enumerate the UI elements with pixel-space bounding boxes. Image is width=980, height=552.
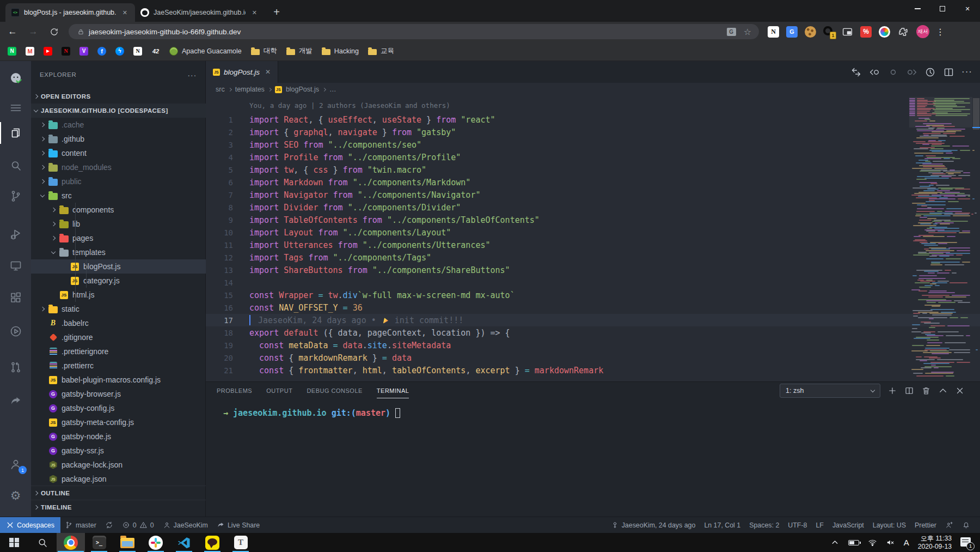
bookmark-item[interactable]: Apache Guacamole (169, 47, 242, 56)
browser-menu-icon[interactable]: ⋮ (936, 27, 945, 37)
bookmark-item[interactable]: M (26, 47, 34, 56)
back-button[interactable]: ← (4, 23, 21, 40)
window-maximize-icon[interactable] (930, 0, 955, 17)
status-keyboard-layout[interactable]: Layout: US (868, 517, 910, 533)
bookmark-folder[interactable]: 개발 (286, 46, 313, 56)
new-terminal-icon[interactable] (887, 386, 897, 396)
tree-item[interactable]: lib (31, 217, 206, 231)
url-text[interactable]: jaeseokim-jaeseokim-github-io-66f9.githu… (89, 28, 727, 36)
bookmark-item[interactable] (44, 47, 52, 56)
kill-terminal-icon[interactable] (921, 386, 931, 396)
status-sync[interactable] (101, 517, 118, 533)
code-line[interactable]: 20 const { markdownRemark } = data (206, 351, 980, 364)
tree-item[interactable]: JSpackage-lock.json (31, 458, 206, 472)
password-manager-extension-icon[interactable]: 1 (823, 26, 835, 38)
status-eol[interactable]: LF (811, 517, 828, 533)
breadcrumb-segment[interactable]: templates (235, 86, 265, 93)
activity-run-debug-icon[interactable] (0, 222, 31, 246)
puzzle-extension-icon[interactable] (897, 26, 909, 38)
bookmark-item[interactable]: N (133, 47, 142, 56)
bookmark-item[interactable]: V (79, 47, 88, 56)
bookmark-folder[interactable]: 교육 (368, 46, 394, 56)
browser-tab[interactable]: blogPost.js - jaeseokim.github.io✕ (5, 3, 135, 22)
status-encoding[interactable]: UTF-8 (783, 517, 811, 533)
split-terminal-icon[interactable] (904, 386, 914, 396)
tree-item[interactable]: JSgatsby-meta-config.js (31, 415, 206, 429)
taskbar-search[interactable] (28, 533, 57, 552)
status-indentation[interactable]: Spaces: 2 (745, 517, 783, 533)
explorer-actions-icon[interactable]: ··· (187, 70, 197, 80)
tab-close-icon[interactable]: ✕ (250, 8, 259, 17)
status-branch[interactable]: master (60, 517, 101, 533)
address-bar[interactable]: jaeseokim-jaeseokim-github-io-66f9.githu… (69, 24, 759, 39)
tree-item[interactable]: .prettierignore (31, 344, 206, 359)
tree-item[interactable]: Ggatsby-browser.js (31, 387, 206, 401)
tree-item[interactable]: static (31, 302, 206, 316)
bookmark-star-icon[interactable]: ☆ (744, 27, 751, 37)
taskbar-start[interactable] (0, 533, 28, 552)
tree-item[interactable]: .gitignore (31, 330, 206, 344)
code-line[interactable]: 21 const { frontmatter, html, tableOfCon… (206, 364, 980, 377)
code-line[interactable]: 19 const metaData = data.site.siteMetada… (206, 339, 980, 351)
color-wheel-extension-icon[interactable] (879, 26, 890, 38)
status-codespaces[interactable]: Codespaces (0, 517, 60, 533)
profile-avatar[interactable]: 재서 (916, 25, 929, 38)
tree-item[interactable]: JShtml.js (31, 288, 206, 302)
tree-item[interactable]: Ggatsby-config.js (31, 401, 206, 415)
tree-item[interactable]: .github (31, 132, 206, 146)
minimap[interactable] (909, 98, 972, 378)
code-line[interactable]: 3import SEO from "../components/seo" (206, 138, 980, 151)
activity-github-actions-icon[interactable] (0, 319, 31, 343)
status-language[interactable]: JavaScript (828, 517, 868, 533)
code-line[interactable]: 12import Tags from "../components/Tags" (206, 251, 980, 264)
tree-item[interactable]: public (31, 174, 206, 189)
tray-expand-icon[interactable] (830, 538, 840, 547)
taskbar-file-explorer[interactable] (113, 533, 142, 552)
tree-item[interactable]: .cache (31, 118, 206, 132)
tree-item[interactable]: JScategory.js (31, 274, 206, 288)
codelens-authors[interactable]: You, a day ago | 2 authors (JaeseoKim an… (249, 101, 450, 110)
reload-button[interactable] (46, 23, 62, 40)
code-line[interactable]: 7import Navigator from "../components/Na… (206, 189, 980, 201)
code-line[interactable]: 9import TableOfContents from "../compone… (206, 214, 980, 226)
more-actions-icon[interactable]: ··· (961, 66, 972, 77)
window-close-icon[interactable]: ✕ (955, 0, 980, 17)
status-cursor-position[interactable]: Ln 17, Col 1 (700, 517, 745, 533)
code-line[interactable]: 13import ShareButtons from "../component… (206, 264, 980, 276)
activity-live-share-icon[interactable] (0, 389, 31, 413)
taskbar-vscode[interactable] (170, 533, 198, 552)
panel-tab-problems[interactable]: PROBLEMS (217, 382, 252, 399)
code-line[interactable]: 10import Layout from "../components/Layo… (206, 226, 980, 239)
status-problems[interactable]: 00 (118, 517, 158, 533)
tree-item[interactable]: pages (31, 231, 206, 245)
activity-settings-icon[interactable]: ⚙ (0, 484, 31, 508)
tree-item[interactable]: Ggatsby-ssr.js (31, 444, 206, 458)
cookie-extension-icon[interactable] (805, 26, 816, 38)
bookmark-item[interactable]: ϟ (115, 47, 124, 56)
maximize-panel-icon[interactable] (938, 386, 948, 396)
activity-pull-request-icon[interactable] (0, 355, 31, 379)
tree-item[interactable]: .prettierrc (31, 359, 206, 373)
status-formatter[interactable]: Prettier (910, 517, 941, 533)
status-account[interactable]: JaeSeoKim (158, 517, 212, 533)
ime-indicator[interactable]: A (904, 538, 909, 547)
tree-item[interactable]: src (31, 189, 206, 203)
code-area[interactable]: You, a day ago | 2 authors (JaeseoKim an… (206, 96, 980, 381)
taskbar-windows-terminal[interactable]: >_ (85, 533, 113, 552)
notion-extension-icon[interactable]: N (768, 26, 779, 38)
activity-remote-explorer-icon[interactable] (0, 254, 31, 278)
new-tab-button[interactable]: + (269, 4, 284, 20)
tree-item[interactable]: Ggatsby-node.js (31, 429, 206, 444)
activity-source-control-icon[interactable] (0, 184, 31, 208)
code-line[interactable]: 15const Wrapper = tw.div`w-full max-w-sc… (206, 289, 980, 301)
scrollbar-thumb[interactable] (973, 98, 979, 130)
terminal-shell-select[interactable]: 1: zsh (780, 384, 880, 398)
taskbar-kakaotalk[interactable] (198, 533, 226, 552)
bookmark-item[interactable]: N (62, 47, 70, 56)
code-line[interactable]: 17JaeseoKim, 24 days ago • init commit!!… (206, 314, 980, 326)
breadcrumb-segment[interactable]: … (329, 86, 336, 93)
code-line[interactable]: 1import React, { useEffect, useState } f… (206, 113, 980, 126)
code-line[interactable]: 18export default ({ data, pageContext, l… (206, 326, 980, 339)
breadcrumb[interactable]: srctemplatesJSblogPost.js… (206, 83, 980, 96)
bookmark-folder[interactable]: 대학 (251, 46, 277, 56)
